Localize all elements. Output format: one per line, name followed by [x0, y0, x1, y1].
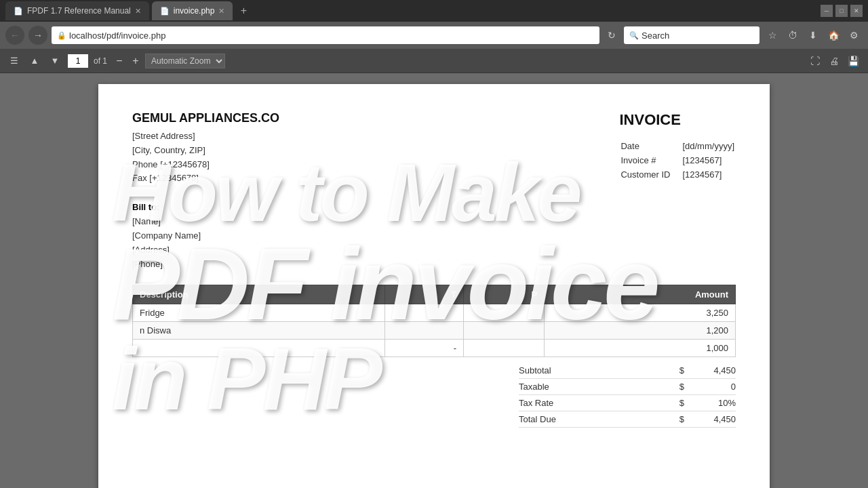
- subtotal-row: Subtotal $ 4,450: [519, 363, 736, 379]
- print-button[interactable]: 🖨: [826, 53, 842, 69]
- subtotal-label: Subtotal: [519, 365, 551, 375]
- forward-button[interactable]: →: [28, 26, 47, 45]
- settings-button[interactable]: ⚙: [845, 26, 863, 44]
- tab-invoice-icon: 📄: [160, 7, 170, 16]
- invoice-header: GEMUL APPLIANCES.CO [Street Address] [Ci…: [132, 111, 736, 186]
- item-p-2: [464, 322, 545, 340]
- table-row: Fridge 3,250: [133, 304, 736, 322]
- items-table: Description T P Amount Fridge 3,250 n Di…: [132, 285, 736, 357]
- table-row: n Diswa 1,200: [133, 322, 736, 340]
- tax-rate-value: 10%: [695, 398, 736, 408]
- zoom-in-button[interactable]: +: [129, 54, 142, 68]
- taxable-currency: $: [679, 382, 684, 392]
- taxable-row: Taxable $ 0: [519, 379, 736, 395]
- item-t-1: [384, 304, 463, 322]
- item-t-3: -: [384, 340, 463, 357]
- table-row: - 1,000: [133, 340, 736, 357]
- col-p: P: [464, 285, 545, 304]
- back-button[interactable]: ←: [5, 26, 24, 45]
- bill-to-label: Bill to:: [132, 202, 201, 212]
- search-bar[interactable]: 🔍 Search: [624, 26, 760, 44]
- bookmark-button[interactable]: ☆: [764, 26, 781, 44]
- total-label: Total Due: [519, 414, 556, 424]
- pdf-toolbar: ☰ ▲ ▼ 1 of 1 − + Automatic Zoom 50% 75% …: [0, 49, 868, 73]
- zoom-select[interactable]: Automatic Zoom 50% 75% 100% 125% 150% 20…: [145, 54, 225, 68]
- tab-invoice-label: invoice.php: [174, 6, 215, 16]
- bill-to-section: Bill to: [Name] [Company Name] [Address]…: [132, 202, 736, 271]
- close-button[interactable]: ✕: [850, 5, 863, 17]
- invoice-title-block: INVOICE Date [dd/mm/yyyy] Invoice # [123…: [619, 111, 736, 186]
- fullscreen-button[interactable]: ⛶: [807, 53, 823, 69]
- reload-button[interactable]: ↻: [604, 27, 620, 43]
- search-text: Search: [642, 30, 669, 41]
- title-bar: 📄 FPDF 1.7 Reference Manual ✕ 📄 invoice.…: [0, 0, 868, 22]
- company-fax: Fax [+12345678]: [132, 171, 279, 186]
- customer-id-value: [1234567]: [682, 168, 734, 181]
- company-city: [City, Country, ZIP]: [132, 144, 279, 158]
- new-tab-button[interactable]: +: [235, 3, 252, 19]
- page-total-text: of 1: [94, 56, 107, 66]
- company-phone: Phone [+12345678]: [132, 158, 279, 172]
- date-value: [dd/mm/yyyy]: [682, 140, 734, 152]
- invoice-meta: Date [dd/mm/yyyy] Invoice # [1234567] Cu…: [619, 138, 736, 182]
- prev-page-button[interactable]: ▲: [27, 54, 42, 68]
- bill-to: Bill to: [Name] [Company Name] [Address]…: [132, 202, 201, 271]
- page-number-input[interactable]: 1: [68, 54, 88, 68]
- zoom-out-button[interactable]: −: [113, 54, 126, 68]
- tab-invoice[interactable]: 📄 invoice.php ✕: [152, 1, 233, 20]
- bill-to-company: [Company Name]: [132, 229, 201, 243]
- taxable-value: 0: [695, 382, 736, 392]
- item-p-1: [464, 304, 545, 322]
- downloads-button[interactable]: ⬇: [804, 26, 822, 44]
- total-value: 4,450: [695, 414, 736, 424]
- pdf-toolbar-right: ⛶ 🖨 💾: [807, 53, 861, 69]
- lock-icon: 🔒: [57, 31, 66, 40]
- nav-bar: ← → 🔒 localhost/pdf/invoice.php ↻ 🔍 Sear…: [0, 22, 868, 49]
- home-button[interactable]: 🏠: [825, 26, 842, 44]
- search-icon: 🔍: [629, 31, 639, 40]
- tab-fpdf-label: FPDF 1.7 Reference Manual: [27, 6, 131, 16]
- invoice-num-label: Invoice #: [620, 154, 681, 167]
- invoice-num-value: [1234567]: [682, 154, 734, 167]
- customer-id-label: Customer ID: [620, 168, 681, 181]
- item-desc-2: n Diswa: [133, 322, 385, 340]
- item-desc-3: [133, 340, 385, 357]
- window-controls: ─ □ ✕: [821, 5, 863, 17]
- col-description: Description: [133, 285, 385, 304]
- tab-invoice-close[interactable]: ✕: [218, 7, 224, 16]
- maximize-button[interactable]: □: [835, 5, 848, 17]
- item-amount-2: 1,200: [545, 322, 736, 340]
- col-t: T: [384, 285, 463, 304]
- date-label: Date: [620, 140, 681, 152]
- invoice-title: INVOICE: [619, 111, 736, 129]
- tax-rate-row: Tax Rate $ 10%: [519, 395, 736, 411]
- item-p-3: [464, 340, 545, 357]
- browser-chrome: 📄 FPDF 1.7 Reference Manual ✕ 📄 invoice.…: [0, 0, 868, 49]
- bill-to-address: [Address]: [132, 243, 201, 258]
- item-t-2: [384, 322, 463, 340]
- tab-fpdf[interactable]: 📄 FPDF 1.7 Reference Manual ✕: [5, 1, 149, 20]
- company-name: GEMUL APPLIANCES.CO: [132, 111, 279, 125]
- taxable-label: Taxable: [519, 382, 549, 392]
- bill-to-name: [Name]: [132, 215, 201, 229]
- tab-fpdf-close[interactable]: ✕: [135, 7, 141, 16]
- subtotal-value: 4,450: [695, 365, 736, 375]
- total-row: Total Due $ 4,450: [519, 411, 736, 428]
- next-page-button[interactable]: ▼: [47, 54, 62, 68]
- col-amount: Amount: [545, 285, 736, 304]
- zoom-controls: − + Automatic Zoom 50% 75% 100% 125% 150…: [113, 54, 225, 68]
- history-button[interactable]: ⏱: [784, 26, 802, 44]
- save-pdf-button[interactable]: 💾: [845, 53, 861, 69]
- tax-rate-label: Tax Rate: [519, 398, 553, 408]
- address-bar[interactable]: 🔒 localhost/pdf/invoice.php: [52, 26, 599, 44]
- subtotal-currency: $: [679, 365, 684, 375]
- totals-section: Subtotal $ 4,450 Taxable $ 0 Tax Rate $ …: [519, 363, 736, 428]
- sidebar-toggle-button[interactable]: ☰: [7, 54, 22, 68]
- address-text: localhost/pdf/invoice.php: [69, 30, 165, 41]
- pdf-page: GEMUL APPLIANCES.CO [Street Address] [Ci…: [98, 84, 770, 488]
- minimize-button[interactable]: ─: [821, 5, 833, 17]
- item-desc-1: Fridge: [133, 304, 385, 322]
- nav-actions: ☆ ⏱ ⬇ 🏠 ⚙: [764, 26, 863, 44]
- company-info: GEMUL APPLIANCES.CO [Street Address] [Ci…: [132, 111, 279, 186]
- bill-to-phone: [Phone]: [132, 258, 201, 272]
